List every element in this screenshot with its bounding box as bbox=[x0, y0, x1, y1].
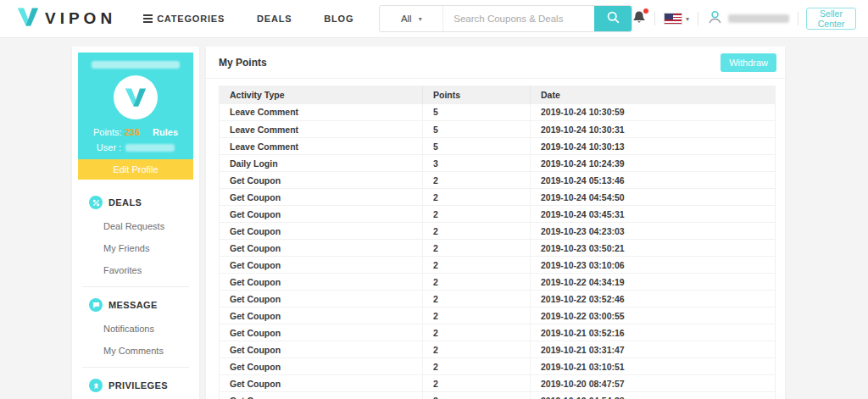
my-points-panel: My Points Withdraw Activity Type Points … bbox=[206, 47, 785, 399]
search-category-select[interactable]: All ▾ bbox=[380, 6, 443, 31]
search-icon bbox=[606, 10, 620, 27]
table-row: Get Coupon22019-10-24 05:13:46 bbox=[220, 172, 776, 189]
search-button[interactable] bbox=[594, 5, 632, 32]
table-header-row: Activity Type Points Date bbox=[220, 86, 776, 104]
seller-center-button[interactable]: Seller Center bbox=[806, 8, 856, 30]
cell-points: 2 bbox=[423, 257, 531, 274]
points-table-body: Leave Comment52019-10-24 10:30:59Leave C… bbox=[220, 104, 776, 399]
cell-points: 2 bbox=[423, 172, 531, 189]
cell-points: 2 bbox=[423, 189, 531, 206]
table-row: Get Coupon22019-10-21 03:52:16 bbox=[220, 324, 776, 341]
vipon-v-icon bbox=[17, 7, 39, 30]
cell-date: 2019-10-23 03:10:06 bbox=[531, 257, 776, 274]
withdraw-button[interactable]: Withdraw bbox=[721, 53, 776, 72]
email-redacted bbox=[92, 61, 180, 69]
cell-date: 2019-10-20 08:47:57 bbox=[531, 375, 776, 392]
cell-points: 2 bbox=[423, 308, 531, 324]
sidebar-item-notifications[interactable]: Notifications bbox=[103, 324, 154, 334]
divider bbox=[654, 12, 655, 25]
table-row: Get Coupon22019-10-23 03:10:06 bbox=[220, 257, 776, 274]
table-row: Leave Comment52019-10-24 10:30:31 bbox=[220, 121, 776, 138]
cell-date: 2019-10-21 03:52:16 bbox=[531, 324, 776, 341]
cell-activity-type: Get Coupon bbox=[220, 375, 423, 392]
cell-activity-type: Leave Comment bbox=[220, 121, 423, 138]
table-row: Get Coupon22019-10-23 03:50:21 bbox=[220, 240, 776, 257]
section-deals: DEALS bbox=[89, 196, 199, 209]
user-id-redacted bbox=[125, 144, 175, 152]
sidebar-item-deal-requests[interactable]: Deal Requests bbox=[103, 221, 164, 231]
cell-date: 2019-10-21 03:31:47 bbox=[531, 341, 776, 358]
top-nav-bar: VIPON CATEGORIES DEALS BLOG All ▾ bbox=[0, 0, 868, 38]
cell-points: 5 bbox=[423, 138, 531, 155]
table-row: Get Coupon22019-10-19 04:54:38 bbox=[220, 392, 776, 399]
cell-points: 2 bbox=[423, 375, 531, 392]
cell-activity-type: Get Coupon bbox=[220, 274, 423, 291]
main-nav: CATEGORIES DEALS BLOG bbox=[143, 14, 353, 24]
cell-date: 2019-10-22 04:34:19 bbox=[531, 274, 776, 291]
search-input[interactable] bbox=[443, 14, 594, 24]
column-activity-type: Activity Type bbox=[220, 86, 423, 104]
chevron-down-icon: ▾ bbox=[686, 15, 689, 23]
cell-date: 2019-10-24 10:30:59 bbox=[531, 104, 776, 121]
notification-badge bbox=[643, 8, 649, 14]
panel-header: My Points Withdraw bbox=[206, 47, 785, 79]
cell-activity-type: Get Coupon bbox=[220, 206, 423, 223]
section-message-label: MESSAGE bbox=[108, 300, 158, 310]
sidebar-menu: DEALS Deal Requests My Friends Favorites… bbox=[72, 180, 199, 399]
cell-activity-type: Get Coupon bbox=[220, 341, 423, 358]
points-label: Points: bbox=[93, 127, 122, 137]
nav-categories[interactable]: CATEGORIES bbox=[143, 14, 225, 24]
cell-points: 2 bbox=[423, 324, 531, 341]
points-table-container: Activity Type Points Date Leave Comment5… bbox=[206, 79, 785, 399]
cell-activity-type: Get Coupon bbox=[220, 240, 423, 257]
cell-date: 2019-10-22 03:00:55 bbox=[531, 308, 776, 324]
search-bar: All ▾ bbox=[379, 5, 632, 32]
search-filter-value: All bbox=[401, 14, 412, 24]
table-row: Leave Comment52019-10-24 10:30:13 bbox=[220, 138, 776, 155]
cell-date: 2019-10-24 10:24:39 bbox=[531, 155, 776, 172]
cell-activity-type: Get Coupon bbox=[220, 257, 423, 274]
nav-deals[interactable]: DEALS bbox=[257, 14, 292, 24]
cell-activity-type: Get Coupon bbox=[220, 291, 423, 308]
cell-date: 2019-10-24 04:54:50 bbox=[531, 189, 776, 206]
username-redacted bbox=[728, 14, 789, 23]
hamburger-icon bbox=[143, 14, 153, 23]
points-value: 236 bbox=[125, 127, 140, 137]
cell-activity-type: Get Coupon bbox=[220, 308, 423, 324]
table-row: Daily Login32019-10-24 10:24:39 bbox=[220, 155, 776, 172]
table-row: Get Coupon22019-10-20 08:47:57 bbox=[220, 375, 776, 392]
edit-profile-button[interactable]: Edit Profile bbox=[78, 159, 193, 180]
cell-date: 2019-10-24 03:45:31 bbox=[531, 206, 776, 223]
section-deals-label: DEALS bbox=[108, 197, 142, 208]
logo-text: VIPON bbox=[45, 9, 116, 28]
nav-blog-label: BLOG bbox=[324, 14, 353, 24]
us-flag-icon bbox=[664, 13, 682, 25]
user-icon bbox=[707, 9, 723, 29]
vipon-logo[interactable]: VIPON bbox=[17, 7, 116, 30]
nav-blog[interactable]: BLOG bbox=[324, 14, 353, 24]
notifications-bell[interactable] bbox=[632, 10, 646, 28]
bell-icon bbox=[632, 13, 646, 27]
rules-link[interactable]: Rules bbox=[153, 127, 178, 137]
chevron-down-icon: ▾ bbox=[419, 15, 422, 23]
sidebar-item-my-comments[interactable]: My Comments bbox=[103, 346, 164, 356]
deals-tag-icon bbox=[89, 196, 103, 209]
cell-date: 2019-10-23 04:23:03 bbox=[531, 223, 776, 240]
cell-activity-type: Daily Login bbox=[220, 155, 423, 172]
cell-activity-type: Get Coupon bbox=[220, 223, 423, 240]
account-menu[interactable] bbox=[707, 9, 789, 29]
section-privileges: PRIVILEGES bbox=[89, 379, 199, 392]
sidebar-item-favorites[interactable]: Favorites bbox=[103, 265, 142, 275]
section-message: MESSAGE bbox=[89, 298, 199, 312]
divider bbox=[698, 12, 698, 25]
table-row: Get Coupon22019-10-24 03:45:31 bbox=[220, 206, 776, 223]
cell-activity-type: Get Coupon bbox=[220, 324, 423, 341]
language-selector[interactable]: ▾ bbox=[664, 13, 689, 25]
header-right-tools: ▾ Seller Center bbox=[632, 8, 856, 30]
nav-deals-label: DEALS bbox=[257, 14, 292, 24]
cell-date: 2019-10-21 03:10:51 bbox=[531, 358, 776, 375]
sidebar-item-my-friends[interactable]: My Friends bbox=[103, 243, 149, 253]
profile-card: Points: 236 Rules User : bbox=[78, 53, 193, 159]
cell-points: 3 bbox=[423, 155, 531, 172]
cell-points: 2 bbox=[423, 223, 531, 240]
